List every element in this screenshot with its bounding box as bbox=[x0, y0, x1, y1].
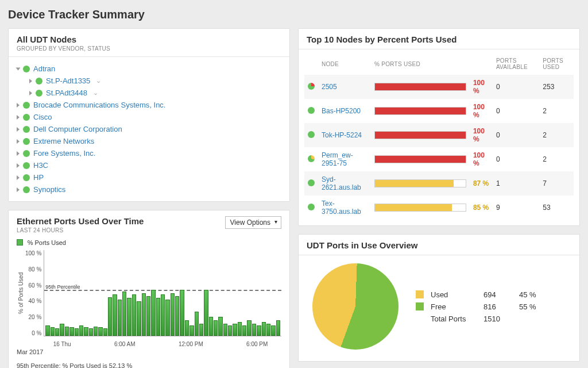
chart-bar bbox=[161, 294, 165, 336]
node-link[interactable]: Tex-3750.aus.lab bbox=[322, 200, 361, 216]
caret-right-icon[interactable] bbox=[29, 79, 32, 83]
tree-child-node[interactable]: St.P-Adt1335⌄ bbox=[29, 75, 281, 87]
chart-bar bbox=[137, 301, 141, 336]
caret-right-icon[interactable] bbox=[17, 175, 20, 180]
tree-root-adtran[interactable]: Adtran bbox=[17, 63, 281, 75]
node-link[interactable]: Bas-HP5200 bbox=[322, 107, 361, 115]
vendor-label[interactable]: H3C bbox=[33, 161, 48, 170]
usage-bar bbox=[374, 179, 466, 187]
ports-available: 0 bbox=[493, 123, 539, 147]
chart-bar bbox=[65, 327, 69, 336]
node-label[interactable]: St.P-Adt1335 bbox=[46, 76, 90, 85]
chart-bar bbox=[218, 317, 222, 336]
chart-bar bbox=[156, 298, 160, 336]
tree-vendor-node[interactable]: Synoptics bbox=[17, 183, 281, 195]
tree-vendor-node[interactable]: Cisco bbox=[17, 111, 281, 123]
chart-bar bbox=[189, 325, 194, 336]
vendor-label[interactable]: Brocade Communications Systems, Inc. bbox=[33, 101, 165, 109]
caret-right-icon[interactable] bbox=[17, 163, 20, 168]
chart-bar bbox=[266, 324, 270, 336]
view-options-select[interactable]: View Options bbox=[225, 216, 281, 229]
chart-bar bbox=[151, 290, 155, 336]
chart-bar bbox=[276, 320, 280, 336]
node-link[interactable]: Syd-2621.aus.lab bbox=[322, 175, 361, 191]
tree-vendor-node[interactable]: Extreme Networks bbox=[17, 135, 281, 147]
chart-panel: Ethernet Ports Used Over Time LAST 24 HO… bbox=[8, 210, 290, 368]
caret-right-icon[interactable] bbox=[17, 103, 20, 108]
chart-bar bbox=[199, 324, 203, 336]
ports-available: 0 bbox=[493, 75, 539, 99]
chart-percentile-footer: 95th Percentile: % Ports Used is 52.13 % bbox=[9, 361, 289, 368]
usage-pct: 100 % bbox=[473, 103, 485, 119]
node-link[interactable]: Tok-HP-5224 bbox=[322, 131, 362, 139]
chart-bar bbox=[252, 324, 256, 336]
status-dot-icon bbox=[308, 204, 315, 210]
top10-panel: Top 10 Nodes by Percent Ports Used NODE … bbox=[298, 28, 580, 226]
col-pct: % PORTS USED bbox=[371, 53, 470, 75]
status-dot-icon bbox=[23, 186, 30, 193]
status-dot-icon bbox=[36, 90, 42, 97]
usage-pct: 87 % bbox=[473, 179, 489, 187]
caret-down-icon[interactable] bbox=[16, 67, 21, 70]
ports-used: 2 bbox=[539, 99, 574, 123]
chart-bar bbox=[214, 320, 218, 336]
tree-vendor-node[interactable]: Brocade Communications Systems, Inc. bbox=[17, 99, 281, 111]
vendor-label[interactable]: Adtran bbox=[33, 64, 55, 73]
usage-pct: 100 % bbox=[473, 79, 485, 95]
ports-available: 0 bbox=[493, 99, 539, 123]
chart-bar bbox=[118, 300, 122, 336]
usage-bar bbox=[374, 83, 466, 91]
vendor-label[interactable]: Cisco bbox=[33, 113, 52, 121]
chart-bar bbox=[262, 322, 266, 336]
chart-bar bbox=[146, 296, 150, 336]
chart-bar bbox=[132, 294, 136, 336]
tree-vendor-node[interactable]: H3C bbox=[17, 159, 281, 171]
node-link[interactable]: 2505 bbox=[322, 83, 337, 91]
tree-vendor-node[interactable]: Fore Systems, Inc. bbox=[17, 147, 281, 159]
legend-used-icon bbox=[416, 290, 424, 298]
chevron-down-icon[interactable]: ⌄ bbox=[93, 89, 98, 97]
page-title: Device Tracker Summary bbox=[8, 8, 580, 21]
chevron-down-icon[interactable]: ⌄ bbox=[96, 77, 101, 85]
caret-right-icon[interactable] bbox=[17, 127, 20, 132]
tree-vendor-node[interactable]: Dell Computer Corporation bbox=[17, 123, 281, 135]
table-row: Tok-HP-5224100 %02 bbox=[304, 123, 574, 147]
status-dot-icon bbox=[23, 126, 30, 133]
caret-right-icon[interactable] bbox=[29, 91, 32, 95]
tree-vendor-node[interactable]: HP bbox=[17, 171, 281, 183]
top10-panel-title: Top 10 Nodes by Percent Ports Used bbox=[307, 34, 571, 44]
status-dot-icon bbox=[308, 83, 315, 90]
tree-child-node[interactable]: St.PAdt3448⌄ bbox=[29, 87, 281, 99]
ports-available: 1 bbox=[493, 171, 539, 195]
chart-bar bbox=[89, 328, 93, 336]
table-row: Tex-3750.aus.lab85 %953 bbox=[304, 195, 574, 220]
node-link[interactable]: Perm_ew-2951-75 bbox=[322, 151, 353, 167]
status-dot-icon bbox=[23, 114, 30, 121]
status-dot-icon bbox=[23, 174, 30, 181]
chart-bar bbox=[60, 324, 64, 336]
legend-used-label: Used bbox=[431, 290, 477, 299]
main-layout: All UDT Nodes GROUPED BY VENDOR, STATUS … bbox=[8, 28, 580, 368]
caret-right-icon[interactable] bbox=[17, 187, 20, 192]
chart-bar bbox=[51, 327, 55, 336]
chart-bar bbox=[45, 325, 49, 336]
vendor-label[interactable]: Dell Computer Corporation bbox=[33, 125, 122, 133]
tree-panel-subtitle: GROUPED BY VENDOR, STATUS bbox=[17, 45, 281, 52]
caret-right-icon[interactable] bbox=[17, 139, 20, 144]
usage-bar bbox=[374, 131, 466, 139]
chart-bar bbox=[233, 324, 237, 336]
status-dot-icon bbox=[23, 102, 30, 109]
vendor-label[interactable]: HP bbox=[33, 173, 44, 182]
legend-total-value: 1510 bbox=[483, 315, 512, 323]
chart-bar bbox=[55, 328, 59, 336]
caret-right-icon[interactable] bbox=[17, 115, 20, 120]
vendor-label[interactable]: Synoptics bbox=[33, 185, 65, 194]
vendor-label[interactable]: Extreme Networks bbox=[33, 137, 94, 145]
chart-bar bbox=[165, 300, 169, 336]
vendor-label[interactable]: Fore Systems, Inc. bbox=[33, 149, 95, 158]
node-label[interactable]: St.PAdt3448 bbox=[46, 89, 87, 97]
chart-bar bbox=[142, 293, 146, 336]
status-dot-icon bbox=[23, 162, 30, 169]
usage-bar bbox=[374, 204, 466, 212]
caret-right-icon[interactable] bbox=[17, 151, 20, 156]
